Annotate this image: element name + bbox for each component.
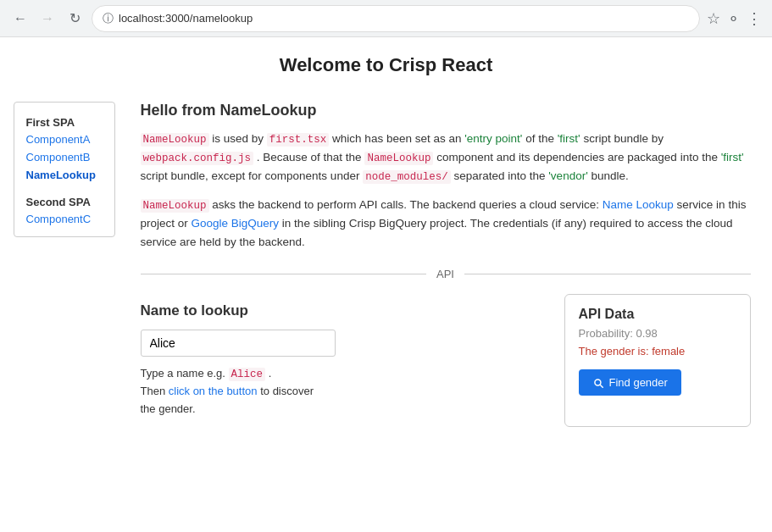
para1-text6: component and its dependencies are packa…: [436, 151, 721, 163]
para1-text2: which has been set as an: [332, 132, 464, 145]
menu-icon[interactable]: ⋮: [747, 9, 762, 28]
content-heading: Hello from NameLookup: [141, 102, 751, 119]
para1-text1: is used by: [212, 132, 267, 145]
para1-text9: bundle.: [591, 169, 629, 182]
sidebar-item-componentc[interactable]: ComponentC: [14, 210, 114, 228]
paragraph-2: NameLookup asks the backend to perform A…: [141, 196, 751, 251]
hint-click-text: click on the button: [169, 385, 258, 397]
first-bundle-text-2: 'first': [721, 151, 744, 163]
sidebar-item-componentb[interactable]: ComponentB: [14, 148, 114, 166]
page-title: Welcome to Crisp React: [0, 37, 772, 85]
para1-text5: . Because of that the: [257, 151, 365, 163]
first-tsx-code: first.tsx: [267, 133, 330, 147]
lookup-panel: Name to lookup Type a name e.g. Alice .T…: [141, 294, 544, 427]
search-icon: [592, 377, 604, 389]
namelookup-code-1: NameLookup: [141, 133, 209, 147]
para1-text3: of the: [525, 132, 558, 145]
main-content: Hello from NameLookup NameLookup is used…: [141, 102, 751, 427]
account-icon[interactable]: ⚬: [727, 9, 740, 28]
url-text: localhost:3000/namelookup: [119, 12, 253, 25]
back-button[interactable]: ←: [10, 8, 31, 29]
entry-point-text: 'entry point': [464, 132, 522, 145]
namelookup-code-2: NameLookup: [364, 152, 433, 165]
forward-button[interactable]: →: [37, 8, 58, 29]
lookup-hint: Type a name e.g. Alice .Then click on th…: [141, 365, 544, 418]
star-icon[interactable]: ☆: [707, 9, 720, 28]
api-divider: API: [141, 268, 751, 280]
webpack-code: webpack.config.js: [141, 152, 254, 165]
sidebar-group-2: Second SPA: [14, 191, 114, 210]
lock-icon: ⓘ: [103, 11, 114, 26]
api-card-title: API Data: [579, 307, 736, 322]
name-input[interactable]: [141, 330, 336, 357]
find-gender-button[interactable]: Find gender: [579, 369, 681, 396]
vendor-text: 'vendor': [548, 169, 587, 182]
para1-text4: script bundle by: [583, 132, 664, 145]
browser-actions: ☆ ⚬ ⋮: [707, 9, 762, 28]
node-modules-code: node_modules/: [363, 170, 451, 184]
find-gender-label: Find gender: [609, 376, 668, 389]
hint-text-1: Type a name e.g.: [141, 367, 229, 380]
sidebar-item-componenta[interactable]: ComponentA: [14, 130, 114, 148]
api-divider-label: API: [426, 268, 464, 280]
address-bar[interactable]: ⓘ localhost:3000/namelookup: [92, 5, 700, 32]
browser-chrome: ← → ↻ ⓘ localhost:3000/namelookup ☆ ⚬ ⋮: [0, 0, 772, 37]
lookup-title: Name to lookup: [141, 302, 544, 319]
browser-body: Welcome to Crisp React First SPA Compone…: [0, 37, 772, 532]
para2-text1: asks the backend to perform API calls. T…: [212, 198, 603, 211]
namelookup-code-3: NameLookup: [141, 199, 209, 213]
sidebar: First SPA ComponentA ComponentB NameLook…: [14, 102, 115, 237]
bigquery-link[interactable]: Google BigQuery: [192, 217, 280, 230]
api-card: API Data Probability: 0.98 The gender is…: [564, 294, 751, 427]
name-lookup-link[interactable]: Name Lookup: [603, 198, 674, 211]
api-card-gender: The gender is: female: [579, 345, 736, 357]
reload-button[interactable]: ↻: [64, 8, 85, 29]
hint-code: Alice: [229, 368, 266, 381]
page-wrapper: First SPA ComponentA ComponentB NameLook…: [5, 85, 768, 444]
para1-text8: separated into the: [453, 169, 548, 182]
first-bundle-text: 'first': [558, 132, 580, 145]
api-section: Name to lookup Type a name e.g. Alice .T…: [141, 294, 751, 427]
sidebar-item-namelookup[interactable]: NameLookup: [14, 166, 114, 184]
api-card-probability: Probability: 0.98: [579, 327, 736, 340]
para1-text7: script bundle, except for components und…: [141, 169, 364, 182]
sidebar-group-1: First SPA: [14, 111, 114, 130]
paragraph-1: NameLookup is used by first.tsx which ha…: [141, 130, 751, 186]
